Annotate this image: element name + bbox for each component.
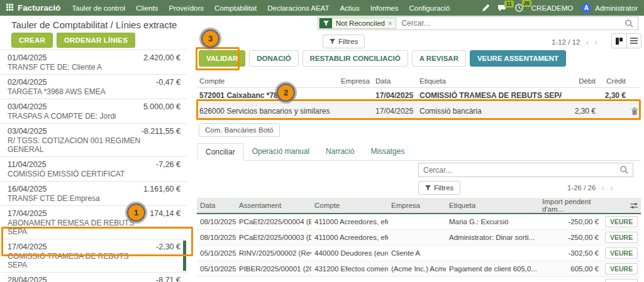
tab-conciliar[interactable]: Conciliar xyxy=(197,143,244,161)
pager-matches: 1-26 / 26 ‹ › xyxy=(567,183,613,192)
match-row[interactable]: 05/10/2025 RINV/2025/00002 (Rever... 440… xyxy=(197,246,641,261)
line-label: TARGETA *3968 AWS EMEA xyxy=(8,87,149,96)
main-menu: Tauler de control Clients Proveïdors Com… xyxy=(72,4,450,12)
to-review-button[interactable]: A REVISAR xyxy=(412,50,466,67)
tab-missatges[interactable]: Missatges xyxy=(362,143,413,160)
brand-label[interactable]: Facturació xyxy=(18,3,60,13)
pager-prev-icon[interactable]: ‹ xyxy=(586,38,589,46)
tab-operacio-manual[interactable]: Operació manual xyxy=(244,143,318,160)
optional-columns-icon[interactable] xyxy=(602,198,641,213)
facet-remove-icon[interactable]: × xyxy=(388,19,392,27)
order-lines-button[interactable]: ORDENAR LÍNIES xyxy=(57,33,135,48)
statement-line[interactable]: 28/04/2025-8,71 € R/ Proveidor xyxy=(1,273,187,282)
view-match-button[interactable]: VEURE xyxy=(605,279,638,282)
activities-clock-icon[interactable]: 26 xyxy=(515,4,523,12)
search-icon[interactable] xyxy=(621,17,638,30)
menu-clients[interactable]: Clients xyxy=(136,4,158,12)
col-assentament: Assentament xyxy=(236,198,311,213)
filters-button[interactable]: Filtres xyxy=(323,35,365,48)
apps-grid-icon[interactable] xyxy=(6,3,13,13)
pager-prev-icon[interactable]: ‹ xyxy=(601,183,604,192)
cell-debit xyxy=(562,92,598,99)
menu-declaracions-aeat[interactable]: Declaracions AEAT xyxy=(267,4,329,12)
tab-narracio[interactable]: Narració xyxy=(318,143,362,160)
pager-next-icon[interactable]: › xyxy=(610,183,613,192)
col-compte: Compte xyxy=(197,75,338,87)
validate-button[interactable]: VALIDAR xyxy=(199,50,245,67)
line-amount: -2,30 € xyxy=(156,242,180,252)
statement-line[interactable]: 03/04/2025-8.211,55 € R/ TGSS. COTIZACIO… xyxy=(1,124,187,157)
pager-next-icon[interactable]: › xyxy=(594,38,597,46)
funnel-icon xyxy=(425,185,431,191)
view-match-button[interactable]: VEURE xyxy=(605,263,638,274)
edit-pencil-icon[interactable] xyxy=(482,4,489,12)
view-match-button[interactable]: VEURE xyxy=(605,216,638,227)
statement-line[interactable]: 11/04/2025-7,26 € COMISSIÓ EMISSIÓ CERTI… xyxy=(1,157,187,182)
menu-comptabilitat[interactable]: Comptabilitat xyxy=(214,4,257,12)
cell-entry: PIBER/2025/00001 (202... xyxy=(236,261,311,276)
menu-configuracio[interactable]: Configuració xyxy=(409,4,450,12)
cell-date: 08/10/2025 xyxy=(197,214,236,229)
match-row[interactable]: 05/10/2025 PCSH1/2025/00002 (202... 4312… xyxy=(197,277,641,282)
pager-top: 1-12 / 12 ‹ › xyxy=(552,38,597,46)
cell-account: 626000 Servicios bancarios y similares xyxy=(197,104,338,119)
matches-filters-button[interactable]: Filtres xyxy=(418,181,460,195)
line-label: ABONAMENT REMESA DE REBUTS SEPA xyxy=(8,219,149,236)
match-row[interactable]: 05/10/2025 PIBER/2025/00001 (202... 4312… xyxy=(197,261,641,277)
line-label: TRASPAS A COMPTE DE: Jordi xyxy=(8,112,149,121)
cell-date: 05/10/2025 xyxy=(197,261,236,276)
user-menu[interactable]: A Administrator xyxy=(581,3,638,13)
app-switcher[interactable]: Facturació xyxy=(6,3,60,13)
top-search-bar: Not Reconciled × xyxy=(318,16,638,30)
statement-line[interactable]: 17/04/2025174,14 € ABONAMENT REMESA DE R… xyxy=(1,206,187,239)
cell-partner xyxy=(338,92,373,99)
cell-account: 440000 Deudores (euros) xyxy=(311,246,388,261)
view-match-button[interactable]: VEURE xyxy=(605,247,638,259)
donation-button[interactable]: DONACIÓ xyxy=(249,50,298,67)
cell-amount: 363,12 € xyxy=(539,277,602,282)
entry-line-bank[interactable]: 572001 Caixabanc *7891 17/04/2025 COMISS… xyxy=(197,88,641,104)
messages-icon[interactable]: 11 xyxy=(497,4,507,12)
menu-informes[interactable]: Informes xyxy=(370,4,399,12)
pager-range: 1-12 / 12 xyxy=(552,38,580,46)
match-row[interactable]: 08/10/2025 PCaEf2/2025/00003 (Din... 411… xyxy=(197,230,641,246)
kanban-view-button[interactable] xyxy=(612,34,626,48)
col-import: Import pendent d'am... xyxy=(539,198,602,213)
menu-proveidors[interactable]: Proveïdors xyxy=(169,4,204,12)
line-amount: 5.000,00 € xyxy=(143,102,180,112)
statement-line[interactable]: 02/04/2025-0,47 € TARGETA *3968 AWS EMEA xyxy=(1,75,187,99)
search-icon[interactable] xyxy=(616,163,633,176)
quick-counterpart-button[interactable]: Com. Bancàries Botó xyxy=(199,123,280,137)
create-button[interactable]: CREAR xyxy=(11,33,53,48)
menu-tauler-de-control[interactable]: Tauler de control xyxy=(72,4,125,12)
col-etiqueta: Etiqueta xyxy=(446,198,539,213)
statement-line[interactable]: 03/04/20255.000,00 € TRASPAS A COMPTE DE… xyxy=(1,99,187,124)
statement-line-selected[interactable]: 17/04/2025-2,30 € COMISSIÓ TRAMESA DE RE… xyxy=(1,239,187,273)
line-label: TRANSF CTE DE: Cliente A xyxy=(8,63,149,72)
cell-debit: 2,30 € xyxy=(562,104,598,119)
col-debit: Dèbit xyxy=(562,75,598,87)
funnel-icon xyxy=(330,39,335,45)
view-entry-button[interactable]: VEURE ASSENTAMENT xyxy=(470,50,566,67)
reset-reconciliation-button[interactable]: RESTABLIR CONCILIACIÓ xyxy=(303,50,408,67)
company-name[interactable]: CREADEMO xyxy=(531,4,573,12)
col-data: Data xyxy=(197,198,236,213)
entry-line-counterpart[interactable]: 626000 Servicios bancarios y similares 1… xyxy=(197,104,641,119)
col-compte: Compte xyxy=(311,198,388,213)
activities-badge: 26 xyxy=(522,0,531,7)
selected-indicator xyxy=(183,241,186,271)
cell-account: 431200 Efectos comercia... xyxy=(311,261,388,276)
view-match-button[interactable]: VEURE xyxy=(605,232,638,243)
matches-search-input[interactable] xyxy=(419,163,616,176)
col-data: Data xyxy=(373,75,417,87)
delete-line-icon[interactable] xyxy=(628,107,641,115)
list-view-button[interactable] xyxy=(626,34,641,48)
statement-line[interactable]: 16/04/20251.161,60 € TRANSF CTE DE:Empre… xyxy=(1,182,187,206)
statement-line[interactable]: 01/04/20252.420,00 € TRANSF CTE DE: Clie… xyxy=(1,50,187,75)
cell-date: 05/10/2025 xyxy=(197,277,236,282)
match-row[interactable]: 08/10/2025 PCaEf2/2025/00004 (Exc... 411… xyxy=(197,214,641,230)
menu-actius[interactable]: Actius xyxy=(340,4,359,12)
breadcrumb: Tauler de Comptabilitat / Línies extract… xyxy=(11,19,177,30)
search-input[interactable] xyxy=(397,17,621,30)
cell-entry: PCaEf2/2025/00004 (Exc... xyxy=(236,214,311,229)
